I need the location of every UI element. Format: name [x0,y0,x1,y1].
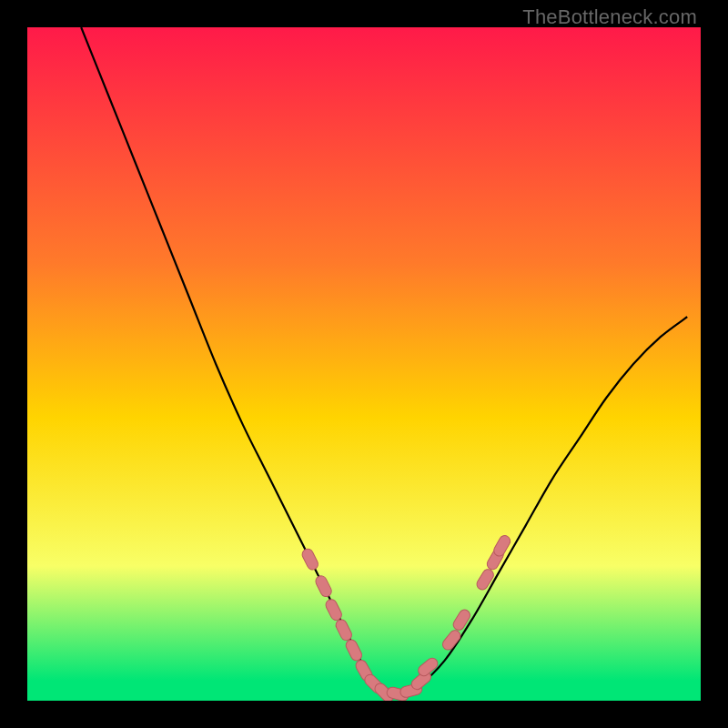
chart-frame [27,27,701,701]
bottleneck-chart [27,27,701,701]
watermark-text: TheBottleneck.com [522,5,697,29]
gradient-rect [27,27,701,701]
